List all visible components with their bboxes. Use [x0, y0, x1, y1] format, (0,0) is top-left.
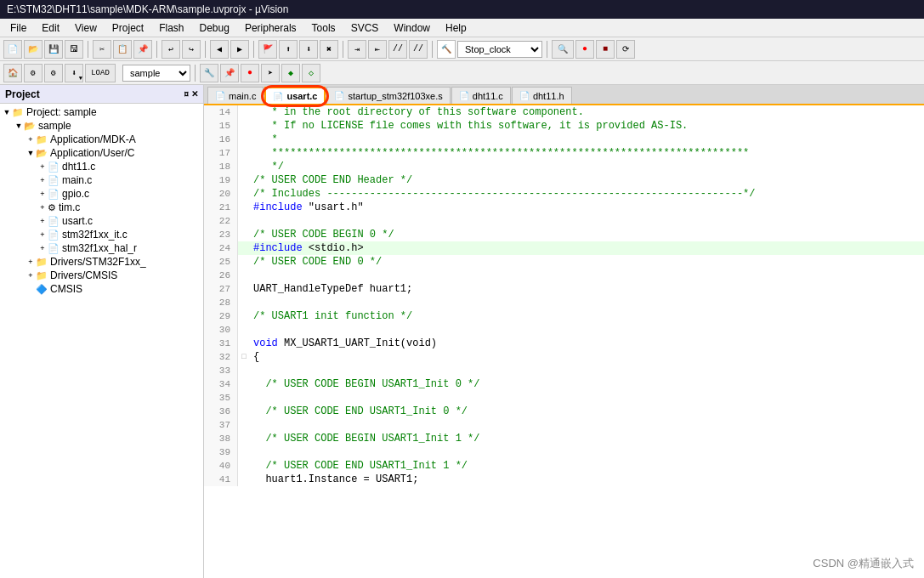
tree-item[interactable]: +📁Drivers/STM32F1xx_	[2, 255, 201, 269]
tree-toggle-icon[interactable]: ▼	[2, 108, 12, 116]
tree-item[interactable]: ▼📂sample	[2, 119, 201, 133]
build-btn[interactable]: 🔨	[437, 40, 456, 59]
menu-item-edit[interactable]: Edit	[35, 20, 66, 36]
tab-dht11-c[interactable]: 📄dht11.c	[451, 87, 511, 104]
line-code-text[interactable]: /* Includes ----------------------------…	[250, 187, 924, 201]
reset-btn[interactable]: ⟳	[616, 40, 635, 59]
tree-toggle-icon[interactable]: ▼	[26, 149, 36, 157]
tree-item[interactable]: +📄main.c	[2, 173, 201, 187]
tree-item[interactable]: +📁Application/MDK-A	[2, 133, 201, 146]
next-bookmark-btn[interactable]: ⬇	[299, 40, 318, 59]
line-code-text[interactable]: /* USART1 init function */	[250, 309, 924, 323]
line-code-text[interactable]	[250, 391, 924, 405]
tb2-btn4[interactable]: ⬇▼	[65, 64, 83, 82]
line-code-text[interactable]	[250, 418, 924, 432]
forward-btn[interactable]: ▶	[230, 40, 249, 59]
pin-btn[interactable]: 📌	[220, 64, 239, 82]
prev-bookmark-btn[interactable]: ⬆	[279, 40, 298, 59]
tree-item[interactable]: +📄dht11.c	[2, 160, 201, 173]
line-code-text[interactable]: *	[250, 133, 924, 146]
code-content[interactable]: 14 * in the root directory of this softw…	[204, 105, 924, 578]
undo-btn[interactable]: ↩	[162, 40, 180, 59]
line-code-text[interactable]: void MX_USART1_UART_Init(void)	[250, 337, 924, 350]
line-code-text[interactable]: #include "usart.h"	[250, 201, 924, 214]
line-code-text[interactable]: #include <stdio.h>	[250, 241, 924, 255]
tree-toggle-icon[interactable]: +	[37, 217, 48, 225]
tree-toggle-icon[interactable]: +	[37, 244, 48, 252]
run-btn[interactable]: ●	[575, 40, 594, 59]
bookmark-btn[interactable]: 🚩	[258, 40, 277, 59]
line-code-text[interactable]: UART_HandleTypeDef huart1;	[250, 282, 924, 296]
line-code-text[interactable]: * in the root directory of this software…	[250, 105, 924, 119]
line-code-text[interactable]: /* USER CODE END USART1_Init 0 */	[250, 405, 924, 418]
tree-item[interactable]: +📄stm32f1xx_it.c	[2, 228, 201, 241]
tb2-btn2[interactable]: ⚙	[24, 64, 43, 82]
menu-item-debug[interactable]: Debug	[193, 20, 236, 36]
diamond-btn[interactable]: ◆	[281, 64, 300, 82]
tree-item[interactable]: ▼📂Application/User/C	[2, 146, 201, 160]
menu-item-svcs[interactable]: SVCS	[344, 20, 386, 36]
panel-close-icon[interactable]: ✕	[191, 89, 198, 99]
menu-item-tools[interactable]: Tools	[305, 20, 343, 36]
tree-item[interactable]: +📄stm32f1xx_hal_r	[2, 241, 201, 255]
diamond2-btn[interactable]: ◇	[302, 64, 320, 82]
paste-btn[interactable]: 📌	[133, 40, 152, 59]
line-code-text[interactable]: {	[250, 350, 924, 364]
menu-item-help[interactable]: Help	[439, 20, 473, 36]
cut-btn[interactable]: ✂	[93, 40, 111, 59]
open-btn[interactable]: 📂	[24, 40, 43, 59]
stop-btn[interactable]: ■	[596, 40, 615, 59]
project-combo[interactable]: sample	[122, 65, 190, 82]
clear-bookmarks-btn[interactable]: ✖	[320, 40, 338, 59]
indent-btn[interactable]: ⇥	[348, 40, 366, 59]
tree-item[interactable]: +⚙tim.c	[2, 201, 201, 214]
line-code-text[interactable]	[250, 296, 924, 309]
line-code-text[interactable]: */	[250, 160, 924, 173]
tree-toggle-icon[interactable]: +	[37, 162, 48, 171]
save-all-btn[interactable]: 🖫	[65, 40, 83, 59]
menu-item-view[interactable]: View	[68, 20, 104, 36]
run2-btn[interactable]: ●	[241, 64, 259, 82]
save-btn[interactable]: 💾	[44, 40, 63, 59]
target-select[interactable]: Stop_clock	[457, 41, 542, 58]
tab-startup-stm32f103xe-s[interactable]: 📄startup_stm32f103xe.s	[326, 87, 450, 104]
line-code-text[interactable]	[250, 323, 924, 337]
line-code-text[interactable]	[250, 364, 924, 377]
tb2-btn1[interactable]: 🏠	[3, 64, 22, 82]
menu-item-flash[interactable]: Flash	[152, 20, 190, 36]
search-btn[interactable]: 🔍	[552, 40, 574, 59]
menu-item-peripherals[interactable]: Peripherals	[238, 20, 303, 36]
line-code-text[interactable]: ****************************************…	[250, 146, 924, 160]
tab-main-c[interactable]: 📄main.c	[207, 87, 264, 104]
line-code-text[interactable]: /* USER CODE BEGIN 0 */	[250, 228, 924, 241]
tree-item[interactable]: +📄usart.c	[2, 214, 201, 228]
tree-toggle-icon[interactable]: ▼	[14, 122, 24, 130]
uncomment-btn[interactable]: //	[409, 40, 428, 59]
redo-btn[interactable]: ↪	[182, 40, 201, 59]
line-code-text[interactable]: /* USER CODE BEGIN USART1_Init 0 */	[250, 377, 924, 391]
line-code-text[interactable]	[250, 445, 924, 459]
tab-usart-c[interactable]: 📄usart.c	[264, 87, 326, 104]
line-fold-icon[interactable]: □	[238, 350, 250, 364]
load-btn[interactable]: LOAD	[85, 64, 116, 82]
tree-item[interactable]: +📄gpio.c	[2, 187, 201, 201]
tree-toggle-icon[interactable]: +	[37, 190, 48, 198]
line-code-text[interactable]: huart1.Instance = USART1;	[250, 473, 924, 486]
unindent-btn[interactable]: ⇤	[368, 40, 387, 59]
tree-toggle-icon[interactable]: +	[26, 258, 36, 266]
line-code-text[interactable]: /* USER CODE END USART1_Init 1 */	[250, 459, 924, 473]
tree-toggle-icon[interactable]: +	[26, 135, 36, 144]
menu-item-project[interactable]: Project	[105, 20, 150, 36]
wizard-btn[interactable]: 🔧	[200, 64, 218, 82]
tab-dht11-h[interactable]: 📄dht11.h	[512, 87, 572, 104]
menu-item-file[interactable]: File	[3, 20, 33, 36]
line-code-text[interactable]: /* USER CODE END 0 */	[250, 255, 924, 269]
line-code-text[interactable]	[250, 214, 924, 228]
line-code-text[interactable]	[250, 269, 924, 282]
new-file-btn[interactable]: 📄	[3, 40, 22, 59]
line-code-text[interactable]: * If no LICENSE file comes with this sof…	[250, 119, 924, 133]
panel-pin-icon[interactable]: ¤	[184, 89, 189, 99]
tree-item[interactable]: 🔷CMSIS	[2, 282, 201, 296]
tree-toggle-icon[interactable]: +	[26, 271, 36, 280]
tree-toggle-icon[interactable]: +	[37, 230, 48, 239]
